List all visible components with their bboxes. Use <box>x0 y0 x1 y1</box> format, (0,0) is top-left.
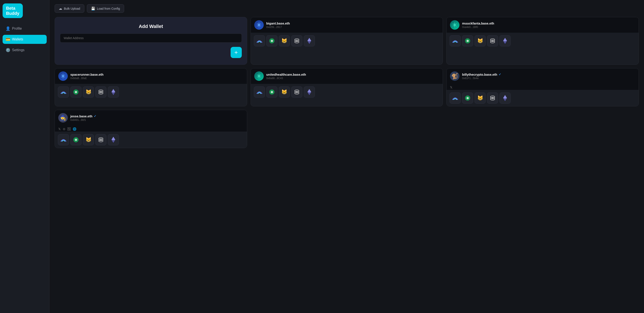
rainbow-icon-muuckfanta[interactable] <box>450 35 461 46</box>
rainbow-icon-spacerunner[interactable] <box>58 86 69 98</box>
wallet-address-bigant: 0xd2fd...2817 <box>266 25 440 28</box>
wallet-card-unitedhealthcare: unitedhealthcare.base.eth 0x8a88...8C43 … <box>250 68 443 106</box>
purple-cat-icon-unitedhealthcare[interactable]: 😸 <box>279 86 290 98</box>
svg-text:⊗: ⊗ <box>466 39 469 42</box>
base-icon-unitedhealthcare[interactable]: ⊗ <box>266 86 278 98</box>
stack-icon-muuckfanta[interactable] <box>487 35 498 46</box>
globe-link-jesse[interactable]: 🌐 <box>73 127 76 131</box>
svg-text:⊗: ⊗ <box>270 39 273 42</box>
base-icon-jesse[interactable]: ⊗ <box>70 134 82 145</box>
svg-marker-26 <box>307 89 311 93</box>
wallet-info-jesse: jesse.base.eth ✓ 0x8491...8bf1 <box>70 114 244 121</box>
settings-label: Settings <box>12 48 24 52</box>
wallet-address-spacerunner: 0x8daB...BfaE <box>70 77 244 80</box>
stack-icon-jesse[interactable] <box>95 134 106 145</box>
protocol-row-unitedhealthcare: ⊗ 😸 <box>251 84 443 100</box>
base-icon-spacerunner[interactable]: ⊗ <box>70 86 82 98</box>
base-icon-billythecrypto[interactable]: ⊗ <box>462 92 473 104</box>
upload-icon: ☁ <box>59 6 62 10</box>
protocol-row-billythecrypto: ⊗ 😸 <box>446 90 638 106</box>
rainbow-icon-unitedhealthcare[interactable] <box>254 86 265 98</box>
wallet-name-jesse: jesse.base.eth ✓ <box>70 114 244 118</box>
purple-cat-icon-billythecrypto[interactable]: 😸 <box>474 92 486 104</box>
profile-icon: 👤 <box>6 26 10 31</box>
avatar-muuckfanta <box>450 20 460 30</box>
avatar-bigant <box>254 20 264 30</box>
wallet-address-muuckfanta: 0xa4e0...1Bf0 <box>462 25 635 28</box>
wallet-address-jesse: 0x8491...8bf1 <box>70 118 244 121</box>
svg-marker-19 <box>112 89 115 93</box>
svg-text:⊗: ⊗ <box>75 138 77 141</box>
avatar-billythecrypto: 🐒 <box>450 71 460 81</box>
eth-icon-billythecrypto[interactable] <box>500 92 511 104</box>
stack-icon-unitedhealthcare[interactable] <box>291 86 302 98</box>
stack-icon-billythecrypto[interactable] <box>487 92 498 104</box>
wallet-card-muuckfanta: muuckfanta.base.eth 0xa4e0...1Bf0 ⊗ 😸 <box>446 17 639 65</box>
wallet-name-billythecrypto: billythecrypto.base.eth ✓ <box>462 73 635 76</box>
add-wallet-card: Add Wallet + <box>55 17 247 65</box>
protocol-row-bigant: ⊗ 😸 <box>251 33 443 49</box>
avatar-spacerunner <box>58 71 68 81</box>
wallet-info-spacerunner: spacerunner.base.eth 0x8daB...BfaE <box>70 73 244 80</box>
verified-badge-jesse: ✓ <box>94 114 96 118</box>
wallet-header-jesse: 🧙 jesse.base.eth ✓ 0x8491...8bf1 <box>55 110 247 126</box>
eth-icon-jesse[interactable] <box>108 134 119 145</box>
wallet-address-input[interactable] <box>60 33 242 42</box>
svg-marker-12 <box>503 38 507 42</box>
sidebar-item-settings[interactable]: ⚙️ Settings <box>2 45 47 55</box>
base-icon-bigant[interactable]: ⊗ <box>266 35 278 46</box>
wallet-name-bigant: bigant.base.eth <box>266 21 440 25</box>
wallet-grid: Add Wallet + bigant.base.eth 0xd2fd...28… <box>55 17 639 148</box>
purple-cat-icon-jesse[interactable]: 😸 <box>83 134 94 145</box>
wallet-name-unitedhealthcare: unitedhealthcare.base.eth <box>266 73 440 76</box>
add-wallet-title: Add Wallet <box>139 24 163 29</box>
github-link-jesse[interactable]: ⊙ <box>63 127 66 131</box>
wallet-header-spacerunner: spacerunner.base.eth 0x8daB...BfaE <box>55 68 247 84</box>
svg-marker-40 <box>112 137 115 141</box>
wallets-icon: 💳 <box>6 37 10 42</box>
main-content: ☁ Bulk Upload 💾 Load from Config Add Wal… <box>50 0 644 313</box>
svg-marker-33 <box>503 95 507 99</box>
wallet-header-muuckfanta: muuckfanta.base.eth 0xa4e0...1Bf0 <box>446 17 638 33</box>
purple-cat-icon-spacerunner[interactable]: 😸 <box>83 86 94 98</box>
add-wallet-button[interactable]: + <box>230 47 242 58</box>
wallet-card-jesse: 🧙 jesse.base.eth ✓ 0x8491...8bf1 𝕏 ⊙ 🄽 🌐 <box>55 110 247 148</box>
twitter-link-jesse[interactable]: 𝕏 <box>58 127 61 131</box>
protocol-row-jesse: ⊗ 😸 <box>55 132 247 148</box>
svg-text:⊗: ⊗ <box>466 96 469 100</box>
protocol-row-muuckfanta: ⊗ 😸 <box>446 33 638 49</box>
wallet-header-billythecrypto: 🐒 billythecrypto.base.eth ✓ 0x81F1...5b4… <box>446 68 638 84</box>
purple-cat-icon-muuckfanta[interactable]: 😸 <box>474 35 486 46</box>
svg-text:⊗: ⊗ <box>75 90 77 94</box>
svg-marker-5 <box>307 38 311 42</box>
app-logo: Beta Buddy <box>2 3 23 18</box>
eth-icon-unitedhealthcare[interactable] <box>304 86 315 98</box>
rainbow-icon-billythecrypto[interactable] <box>450 92 461 104</box>
twitter-link-billythecrypto[interactable]: 𝕏 <box>450 86 452 89</box>
wallet-address-billythecrypto: 0x81F1...5b4e <box>462 77 635 80</box>
rainbow-icon-bigant[interactable] <box>254 35 265 46</box>
stack-icon-bigant[interactable] <box>291 35 302 46</box>
notion-link-jesse[interactable]: 🄽 <box>68 127 70 131</box>
purple-cat-icon-bigant[interactable]: 😸 <box>279 35 290 46</box>
rainbow-icon-jesse[interactable] <box>58 134 69 145</box>
eth-icon-bigant[interactable] <box>304 35 315 46</box>
sidebar: Beta Buddy 👤 Profile 💳 Wallets ⚙️ Settin… <box>0 0 50 313</box>
load-config-button[interactable]: 💾 Load from Config <box>87 4 124 13</box>
wallet-address-unitedhealthcare: 0x8a88...8C43 <box>266 77 440 80</box>
eth-icon-spacerunner[interactable] <box>108 86 119 98</box>
avatar-unitedhealthcare <box>254 71 264 81</box>
avatar-jesse: 🧙 <box>58 113 68 123</box>
base-icon-muuckfanta[interactable]: ⊗ <box>462 35 473 46</box>
wallet-header-bigant: bigant.base.eth 0xd2fd...2817 <box>251 17 443 33</box>
social-links-jesse: 𝕏 ⊙ 🄽 🌐 <box>55 126 247 132</box>
eth-icon-muuckfanta[interactable] <box>500 35 511 46</box>
stack-icon-spacerunner[interactable] <box>95 86 106 98</box>
sidebar-item-profile[interactable]: 👤 Profile <box>2 24 47 33</box>
wallet-info-bigant: bigant.base.eth 0xd2fd...2817 <box>266 21 440 28</box>
bulk-upload-button[interactable]: ☁ Bulk Upload <box>55 4 84 13</box>
protocol-row-spacerunner: ⊗ 😸 <box>55 84 247 100</box>
wallet-info-unitedhealthcare: unitedhealthcare.base.eth 0x8a88...8C43 <box>266 73 440 80</box>
settings-icon: ⚙️ <box>6 48 10 52</box>
sidebar-item-wallets[interactable]: 💳 Wallets <box>2 35 47 44</box>
